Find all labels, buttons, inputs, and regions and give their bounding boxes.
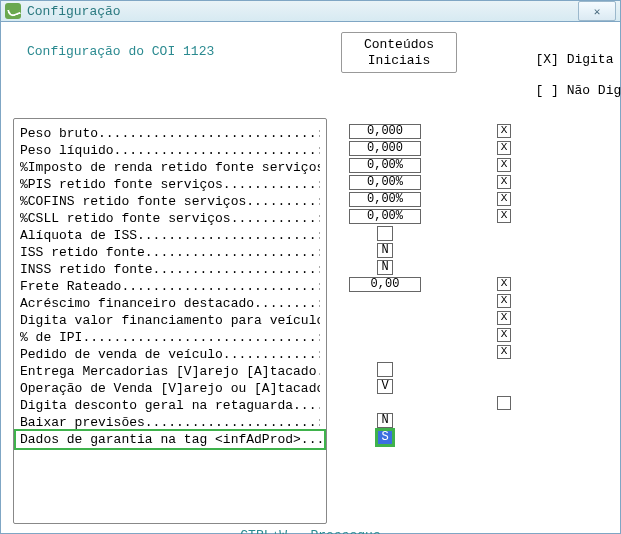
value-input[interactable]: 0,00% — [349, 209, 421, 224]
field-label: %CSLL retido fonte serviços...........: — [20, 210, 320, 227]
field-label: Alíquota de ISS.......................: — [20, 227, 320, 244]
field-label: Entrega Mercadorias [V]arejo [A]tacado.: — [20, 363, 320, 380]
digita-checkbox[interactable]: X — [497, 294, 511, 308]
value-input[interactable]: 0,00% — [349, 192, 421, 207]
digita-checkbox[interactable]: X — [497, 209, 511, 223]
value-input[interactable]: N — [377, 243, 393, 258]
legend-digita: [X] Digita — [535, 52, 613, 67]
page-title: Configuração do COI 1123 — [13, 30, 341, 59]
grid: Peso bruto............................:P… — [13, 118, 608, 524]
value-input[interactable] — [377, 226, 393, 241]
digita-checkbox[interactable]: X — [497, 345, 511, 359]
field-label: Peso líquido..........................: — [20, 142, 320, 159]
value-input[interactable]: 0,00 — [349, 277, 421, 292]
digita-checkbox[interactable]: X — [497, 192, 511, 206]
values-column: 0,0000,0000,00%0,00%0,00%0,00%NN0,00VNS — [327, 118, 443, 524]
field-label: Digita desconto geral na retaguarda....: — [20, 397, 320, 414]
value-input[interactable]: N — [377, 413, 393, 428]
digita-checkbox[interactable]: X — [497, 277, 511, 291]
digita-checkbox[interactable]: X — [497, 158, 511, 172]
field-label: Pedido de venda de veículo............: — [20, 346, 320, 363]
field-label: Operação de Venda [V]arejo ou [A]tacado: — [20, 380, 320, 397]
field-label: % de IPI..............................: — [20, 329, 320, 346]
value-input[interactable]: 0,000 — [349, 124, 421, 139]
titlebar: Configuração ✕ — [1, 1, 620, 22]
value-input[interactable]: 0,000 — [349, 141, 421, 156]
digita-checkbox[interactable]: X — [497, 175, 511, 189]
value-input[interactable] — [377, 362, 393, 377]
value-input[interactable]: V — [377, 379, 393, 394]
field-label: Baixar previsões......................: — [20, 414, 320, 431]
col-header-conteudos: Conteúdos Iniciais — [341, 32, 457, 73]
field-label: Acréscimo financeiro destacado........: — [20, 295, 320, 312]
field-label: Peso bruto............................: — [20, 125, 320, 142]
legend-nao-digita: [ ] Não Digita — [535, 83, 621, 98]
digita-checkbox[interactable] — [497, 396, 511, 410]
config-window: Configuração ✕ Configuração do COI 1123 … — [0, 0, 621, 534]
value-input[interactable]: S — [377, 430, 393, 445]
client-area: Configuração do COI 1123 Conteúdos Inici… — [1, 22, 620, 534]
col-header-conteudos-l1: Conteúdos — [364, 37, 434, 52]
value-input[interactable]: 0,00% — [349, 175, 421, 190]
digita-checkbox[interactable]: X — [497, 311, 511, 325]
footer-hint: CTRL+W - Prossegue — [13, 524, 608, 534]
field-label: Frete Rateado.........................: — [20, 278, 320, 295]
close-button[interactable]: ✕ — [578, 1, 616, 21]
field-label: %PIS retido fonte serviços............: — [20, 176, 320, 193]
value-input[interactable]: N — [377, 260, 393, 275]
digita-checkbox[interactable]: X — [497, 328, 511, 342]
col-header-conteudos-l2: Iniciais — [368, 53, 430, 68]
value-input[interactable]: 0,00% — [349, 158, 421, 173]
digita-checkbox[interactable]: X — [497, 124, 511, 138]
field-label: %Imposto de renda retido fonte serviços: — [20, 159, 320, 176]
header-row: Configuração do COI 1123 Conteúdos Inici… — [13, 30, 608, 114]
digita-checkbox[interactable]: X — [497, 141, 511, 155]
flags-column: XXXXXXXXXXX — [459, 118, 579, 524]
close-icon: ✕ — [594, 5, 601, 18]
field-label: ISS retido fonte......................: — [20, 244, 320, 261]
app-icon — [5, 3, 21, 19]
field-label: INSS retido fonte.....................: — [20, 261, 320, 278]
window-title: Configuração — [27, 4, 578, 19]
field-label: %COFINS retido fonte serviços.........: — [20, 193, 320, 210]
field-label: Digita valor financiamento para veículo: — [20, 312, 320, 329]
col-header-legend: [X] Digita [ ] Não Digita — [473, 30, 593, 114]
labels-box: Peso bruto............................:P… — [13, 118, 327, 524]
field-label: Dados de garantia na tag <infAdProd>...: — [14, 429, 326, 450]
